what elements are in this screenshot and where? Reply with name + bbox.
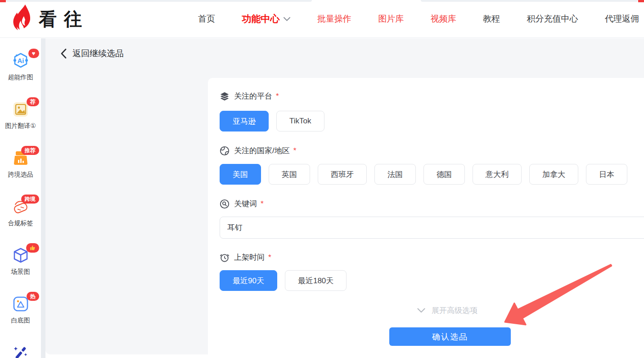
required-asterisk: *	[276, 92, 279, 101]
confirm-selection-button[interactable]: 确认选品	[389, 327, 511, 346]
back-link[interactable]: 返回继续选品	[61, 48, 124, 59]
picture-translate-icon	[13, 101, 29, 119]
globe-icon	[220, 146, 230, 156]
expand-advanced-options[interactable]: 展开高级选项	[417, 305, 477, 316]
nav-item-image-library[interactable]: 图片库	[378, 13, 404, 25]
platform-option-amazon[interactable]: 亚马逊	[220, 111, 269, 131]
country-option-germany[interactable]: 德国	[423, 164, 465, 185]
white-bg-image-icon	[12, 295, 29, 314]
search-circle-icon	[220, 199, 230, 209]
brand-logo[interactable]: 看往	[12, 5, 89, 32]
magic-wand-icon	[12, 344, 29, 358]
top-strip-gray-left	[6, 0, 312, 2]
keyword-section-label: 关键词 *	[220, 199, 264, 209]
chevron-down-icon	[417, 308, 425, 313]
time-options: 最近90天 最近180天	[220, 270, 347, 291]
brand-name: 看往	[39, 7, 89, 32]
svg-text:Ai: Ai	[17, 57, 24, 64]
keyword-input[interactable]	[220, 217, 644, 239]
top-navbar: 看往 首页 功能中心 批量操作 图片库 视频库 教程	[0, 0, 644, 38]
country-option-italy[interactable]: 意大利	[473, 164, 522, 185]
thumbs-up-icon	[30, 245, 36, 251]
thumbs-up-badge	[26, 243, 39, 253]
required-asterisk: *	[268, 253, 271, 262]
top-strip-gray-right	[421, 0, 638, 2]
nav-item-feature-center[interactable]: 功能中心	[242, 13, 290, 25]
ai-hexagon-icon: Ai	[12, 52, 30, 71]
nav-item-home[interactable]: 首页	[198, 13, 215, 25]
sidebar-item-scene-image[interactable]: 场景图	[0, 247, 41, 277]
country-options: 美国 英国 西班牙 法国 德国 意大利 加拿大 日本	[220, 164, 627, 185]
sidebar-item-image-translate[interactable]: 荐 图片翻译①	[0, 101, 41, 131]
sidebar-item-label: 场景图	[11, 268, 30, 277]
platform-section-label: 关注的平台 *	[220, 91, 279, 101]
chevron-left-icon	[61, 49, 67, 59]
sidebar-item-label: 合规标签	[8, 219, 33, 228]
top-strip-left-red	[0, 0, 6, 2]
nav-item-agent-commission[interactable]: 代理返佣	[605, 13, 639, 25]
sidebar-item-magic-tool[interactable]	[0, 344, 41, 358]
time-option-180days[interactable]: 最近180天	[285, 270, 347, 291]
back-link-label: 返回继续选品	[72, 48, 124, 59]
country-section-label: 关注的国家/地区 *	[220, 145, 296, 156]
flame-logo-icon	[12, 5, 35, 33]
hot-badge: 热	[27, 292, 39, 301]
nav-item-batch-operations[interactable]: 批量操作	[317, 13, 351, 25]
recommend-badge: 荐	[27, 97, 39, 106]
crossborder-badge: 跨境	[21, 195, 39, 204]
main-nav: 首页 功能中心 批量操作 图片库 视频库 教程 积分充值中心	[198, 0, 639, 38]
country-option-spain[interactable]: 西班牙	[318, 164, 367, 185]
platform-option-tiktok[interactable]: TikTok	[276, 111, 324, 131]
platform-options: 亚马逊 TikTok	[220, 111, 324, 131]
sidebar-item-super-draw[interactable]: Ai ♥ 超能作图	[0, 53, 41, 82]
sidebar-item-label: 图片翻译①	[5, 122, 36, 131]
sidebar-item-white-background[interactable]: 热 白底图	[0, 296, 41, 326]
required-asterisk: *	[261, 199, 264, 208]
sidebar-item-label: 白底图	[11, 317, 30, 326]
hot-recommend-badge: 推荐	[21, 146, 39, 155]
chevron-down-icon	[284, 17, 290, 21]
heart-badge: ♥	[28, 49, 39, 58]
sidebar: Ai ♥ 超能作图 荐 图片翻译①	[0, 38, 41, 358]
sidebar-item-crossborder-select[interactable]: 推荐 跨境选品	[0, 150, 41, 180]
top-strip-right-red	[638, 0, 644, 2]
country-option-canada[interactable]: 加拿大	[529, 164, 578, 185]
selection-form-card: 关注的平台 * 亚马逊 TikTok 关注的国家/地区 * 美国 英国 西班牙 …	[208, 78, 644, 358]
sidebar-item-label: 跨境选品	[8, 171, 33, 180]
time-section-label: 上架时间 *	[220, 252, 271, 263]
country-option-us[interactable]: 美国	[220, 164, 261, 185]
nav-item-tutorials[interactable]: 教程	[483, 13, 500, 25]
country-option-france[interactable]: 法国	[374, 164, 416, 185]
sidebar-divider	[41, 38, 45, 358]
required-asterisk: *	[293, 146, 297, 155]
page: 看往 首页 功能中心 批量操作 图片库 视频库 教程	[0, 0, 644, 358]
alarm-clock-icon	[220, 253, 230, 263]
country-option-uk[interactable]: 英国	[269, 164, 310, 185]
country-option-japan[interactable]: 日本	[586, 164, 627, 185]
time-option-90days[interactable]: 最近90天	[220, 270, 277, 291]
nav-item-points-recharge[interactable]: 积分充值中心	[527, 13, 578, 25]
layers-icon	[220, 91, 230, 101]
sidebar-item-compliance-label[interactable]: 跨境 合规标签	[0, 199, 41, 228]
nav-item-video-library[interactable]: 视频库	[431, 13, 456, 25]
sidebar-item-label: 超能作图	[8, 73, 33, 82]
